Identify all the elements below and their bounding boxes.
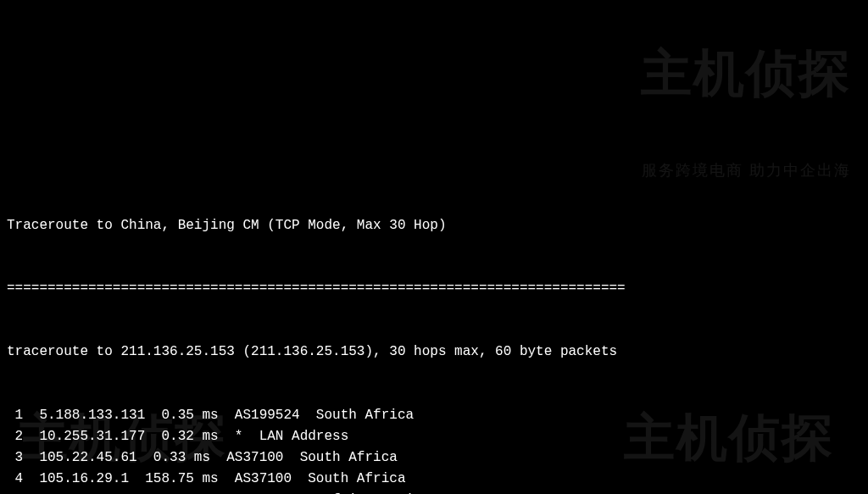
hop-row: 3 105.22.45.61 0.33 ms AS37100 South Afr… [7, 447, 861, 469]
hop-row: 5 105.16.15.250 165.09 ms AS37100 Africa… [7, 490, 861, 494]
hop-row: 4 105.16.29.1 158.75 ms AS37100 South Af… [7, 469, 861, 490]
traceroute-subheader: traceroute to 211.136.25.153 (211.136.25… [7, 341, 861, 363]
hop-row: 1 5.188.133.131 0.35 ms AS199524 South A… [7, 405, 861, 426]
terminal-output: Traceroute to China, Beijing CM (TCP Mod… [7, 173, 861, 494]
traceroute-title: Traceroute to China, Beijing CM (TCP Mod… [7, 215, 861, 236]
hop-row: 2 10.255.31.177 0.32 ms * LAN Address [7, 426, 861, 447]
hops-container: 1 5.188.133.131 0.35 ms AS199524 South A… [7, 405, 861, 494]
separator-line: ========================================… [7, 278, 861, 299]
